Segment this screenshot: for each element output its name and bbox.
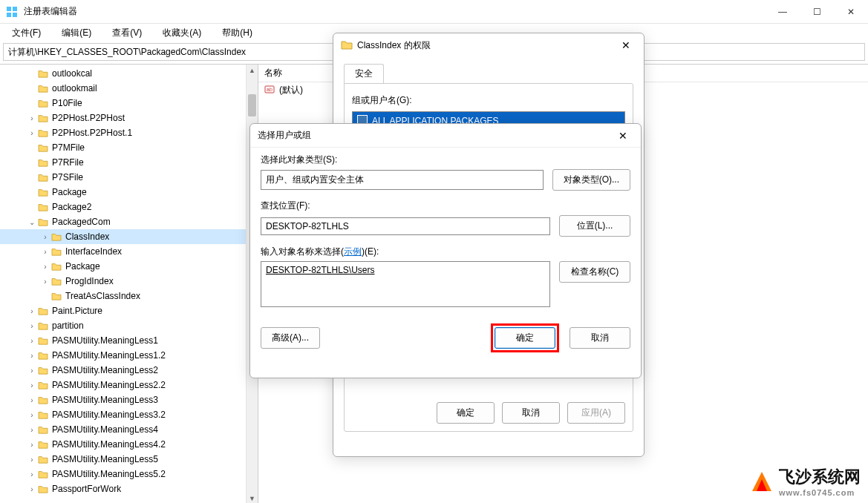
expand-icon[interactable]: › (27, 426, 37, 434)
expand-icon[interactable]: › (27, 441, 37, 449)
tree-item[interactable]: ›PASMUtility.MeaningLess2 (0, 363, 258, 378)
tree-item[interactable]: ›InterfaceIndex (0, 244, 258, 259)
locations-button[interactable]: 位置(L)... (559, 215, 630, 237)
tree-item[interactable]: ⌄PackagedCom (0, 214, 258, 229)
tree-item[interactable]: ›PASMUtility.MeaningLess2.2 (0, 378, 258, 392)
folder-icon (37, 306, 49, 316)
select-dialog-title: 选择用户或组 (258, 129, 311, 142)
svg-rect-1 (13, 7, 17, 11)
close-button[interactable]: ✕ (834, 0, 868, 24)
tree-item[interactable]: ›PASMUtility.MeaningLess1.2 (0, 348, 258, 363)
tree-item-label: P2PHost.P2PHost (52, 113, 125, 123)
tree-item[interactable]: Package (0, 185, 258, 200)
tree-item[interactable]: ›P2PHost.P2PHost.1 (0, 125, 258, 140)
expand-icon[interactable]: › (40, 248, 50, 256)
tree-item[interactable]: Package2 (0, 200, 258, 214)
tree-item[interactable]: ›PASMUtility.MeaningLess3 (0, 392, 258, 407)
folder-icon (37, 83, 49, 93)
menu-view[interactable]: 查看(V) (103, 25, 151, 41)
maximize-button[interactable]: ☐ (800, 0, 834, 24)
tree-item[interactable]: ›ProgIdIndex (0, 274, 258, 289)
tree-item[interactable]: TreatAsClassIndex (0, 289, 258, 303)
expand-icon[interactable]: › (40, 233, 50, 241)
expand-icon[interactable]: › (27, 352, 37, 360)
perm-ok-button[interactable]: 确定 (437, 402, 495, 424)
select-ok-button[interactable]: 确定 (495, 327, 555, 349)
tree-item[interactable]: ›partition (0, 318, 258, 333)
tree-item[interactable]: ›PASMUtility.MeaningLess1 (0, 333, 258, 348)
expand-icon[interactable]: › (27, 381, 37, 389)
object-types-button[interactable]: 对象类型(O)... (552, 169, 630, 191)
tree-item-label: PASMUtility.MeaningLess2 (52, 365, 158, 375)
tree-item[interactable]: ›P2PHost.P2PHost (0, 111, 258, 125)
expand-icon[interactable]: › (27, 337, 37, 345)
tree-item[interactable]: ›PASMUtility.MeaningLess4.2 (0, 437, 258, 452)
expand-icon[interactable]: › (27, 485, 37, 493)
tree-item[interactable]: ›PassportForWork (0, 481, 258, 496)
security-tab[interactable]: 安全 (344, 64, 384, 84)
object-name-input[interactable]: DESKTOP-82TLHLS\Users (261, 261, 550, 307)
select-close-button[interactable]: ✕ (613, 130, 633, 142)
folder-icon (50, 231, 62, 242)
tree-item-label: PASMUtility.MeaningLess3.2 (52, 410, 166, 420)
tree-item[interactable]: ›PASMUtility.MeaningLess4 (0, 422, 258, 437)
tree-item-label: Package (65, 261, 100, 272)
expand-icon[interactable]: › (27, 456, 37, 464)
expand-icon[interactable]: › (40, 263, 50, 271)
select-user-dialog: 选择用户或组 ✕ 选择此对象类型(S): 用户、组或内置安全主体 对象类型(O)… (249, 123, 642, 378)
tree-item-label: PASMUtility.MeaningLess4.2 (52, 439, 166, 450)
folder-icon (50, 261, 62, 272)
tree-item-label: ClassIndex (65, 231, 109, 242)
tree-item[interactable]: P7SFile (0, 170, 258, 185)
scroll-thumb[interactable] (248, 94, 256, 116)
tree-item[interactable]: outlookmail (0, 81, 258, 96)
tree-item[interactable]: ›Paint.Picture (0, 303, 258, 318)
folder-icon (37, 484, 49, 494)
app-icon (6, 6, 18, 18)
expand-icon[interactable]: › (27, 411, 37, 419)
object-type-field: 用户、组或内置安全主体 (261, 170, 544, 190)
folder-icon (37, 365, 49, 375)
advanced-button[interactable]: 高级(A)... (261, 327, 320, 349)
tree-item-label: PASMUtility.MeaningLess2.2 (52, 380, 166, 390)
tree-item[interactable]: outlookcal (0, 66, 258, 81)
expand-icon[interactable]: › (27, 396, 37, 404)
check-names-button[interactable]: 检查名称(C) (559, 261, 630, 283)
folder-icon (37, 350, 49, 361)
minimize-button[interactable]: — (766, 0, 800, 24)
tree-item[interactable]: ›PASMUtility.MeaningLess5.2 (0, 467, 258, 481)
tree-item[interactable]: P7RFile (0, 155, 258, 170)
svg-rect-2 (7, 13, 11, 17)
scroll-up-icon[interactable]: ▲ (247, 65, 258, 76)
watermark-icon (749, 469, 774, 494)
select-cancel-button[interactable]: 取消 (570, 327, 630, 349)
perm-cancel-button[interactable]: 取消 (502, 402, 560, 424)
menu-edit[interactable]: 编辑(E) (53, 25, 100, 41)
tree-item[interactable]: ›PASMUtility.MeaningLess5 (0, 452, 258, 467)
tree-item[interactable]: ›ClassIndex (0, 229, 258, 244)
tree-item[interactable]: ›Package (0, 259, 258, 274)
examples-link[interactable]: 示例 (344, 246, 362, 257)
expand-icon[interactable]: › (40, 277, 50, 286)
scroll-down-icon[interactable]: ▼ (247, 493, 258, 503)
expand-icon[interactable]: › (27, 322, 37, 330)
expand-icon[interactable]: › (27, 114, 37, 122)
watermark-title: 飞沙系统网 (779, 466, 861, 488)
expand-icon[interactable]: › (27, 307, 37, 315)
menu-file[interactable]: 文件(F) (3, 25, 50, 41)
menu-favorites[interactable]: 收藏夹(A) (154, 25, 210, 41)
expand-icon[interactable]: › (27, 129, 37, 137)
tree-item-label: Package (52, 187, 87, 197)
folder-icon (37, 157, 49, 168)
folder-icon (37, 424, 49, 435)
tree-item[interactable]: P7MFile (0, 140, 258, 155)
expand-icon[interactable]: › (27, 366, 37, 375)
tree-item[interactable]: P10File (0, 96, 258, 111)
permissions-close-button[interactable]: ✕ (616, 39, 636, 51)
perm-apply-button[interactable]: 应用(A) (567, 402, 625, 424)
expand-icon[interactable]: ⌄ (27, 218, 37, 226)
menu-help[interactable]: 帮助(H) (213, 25, 261, 41)
tree-item-label: P10File (52, 98, 82, 108)
expand-icon[interactable]: › (27, 470, 37, 479)
tree-item[interactable]: ›PASMUtility.MeaningLess3.2 (0, 407, 258, 422)
